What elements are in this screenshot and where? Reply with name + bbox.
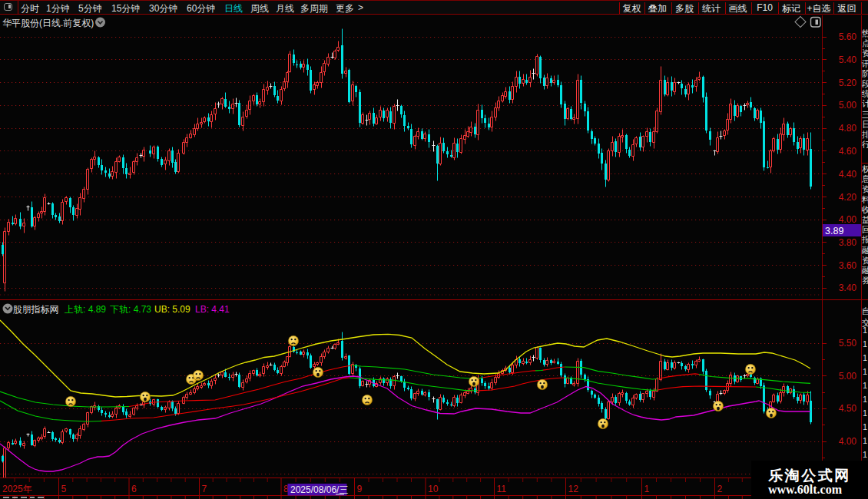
svg-text:3.89: 3.89 xyxy=(825,226,843,236)
svg-text:4.20: 4.20 xyxy=(839,192,857,203)
svg-text:4.60: 4.60 xyxy=(839,146,857,157)
svg-text:7: 7 xyxy=(202,484,207,494)
svg-text:权: 权 xyxy=(862,164,868,173)
svg-text:4.80: 4.80 xyxy=(839,123,857,134)
svg-text:3.40: 3.40 xyxy=(839,283,857,293)
svg-text:资: 资 xyxy=(862,184,868,193)
svg-text:10: 10 xyxy=(428,484,439,494)
svg-text:1: 1 xyxy=(863,436,867,445)
svg-text:12: 12 xyxy=(568,484,579,494)
svg-text:资: 资 xyxy=(862,256,868,265)
svg-text:上轨: 4.89: 上轨: 4.89 xyxy=(65,304,106,315)
svg-text:1: 1 xyxy=(863,339,867,349)
svg-text:计: 计 xyxy=(862,99,868,108)
svg-text:11: 11 xyxy=(497,484,507,494)
svg-text:回: 回 xyxy=(862,225,868,234)
svg-text:益: 益 xyxy=(862,215,868,224)
svg-text:5.60: 5.60 xyxy=(839,31,857,42)
svg-text:UB: 5.09: UB: 5.09 xyxy=(154,304,190,315)
svg-text:统: 统 xyxy=(862,89,868,98)
svg-text:2025/08/06/三: 2025/08/06/三 xyxy=(290,484,348,495)
svg-text:LB: 4.41: LB: 4.41 xyxy=(195,304,230,315)
svg-text:4.50: 4.50 xyxy=(839,403,857,414)
svg-text:下轨: 4.73: 下轨: 4.73 xyxy=(110,304,151,315)
svg-text:讯: 讯 xyxy=(861,59,868,68)
svg-text:阶: 阶 xyxy=(862,69,868,78)
svg-text:4.00: 4.00 xyxy=(839,436,857,447)
svg-text:1: 1 xyxy=(863,381,867,390)
svg-text:3.80: 3.80 xyxy=(839,237,857,248)
svg-text:www.60lt.com: www.60lt.com xyxy=(768,483,843,496)
svg-text:报: 报 xyxy=(862,235,868,244)
svg-text:热: 热 xyxy=(861,28,868,38)
svg-text:乐淘公式网: 乐淘公式网 xyxy=(767,468,851,484)
svg-text:点: 点 xyxy=(862,38,868,48)
svg-text:资: 资 xyxy=(862,48,868,58)
svg-text:1: 1 xyxy=(863,326,867,335)
svg-text:融: 融 xyxy=(862,246,868,255)
svg-text:4.40: 4.40 xyxy=(839,169,857,180)
svg-text:1: 1 xyxy=(863,367,867,376)
svg-text:2025年: 2025年 xyxy=(2,484,32,494)
svg-text:段: 段 xyxy=(862,79,868,88)
svg-text:三: 三 xyxy=(862,110,868,119)
svg-text:6: 6 xyxy=(131,484,137,494)
svg-text:行: 行 xyxy=(862,140,868,149)
svg-text:1: 1 xyxy=(644,484,650,494)
svg-text:9: 9 xyxy=(357,484,363,494)
svg-text:融: 融 xyxy=(862,266,868,275)
svg-text:1: 1 xyxy=(863,450,867,459)
svg-text:排: 排 xyxy=(862,130,868,139)
svg-text:料: 料 xyxy=(861,195,868,204)
svg-text:5.40: 5.40 xyxy=(839,55,857,65)
svg-text:券: 券 xyxy=(862,276,868,285)
svg-text:5.00: 5.00 xyxy=(839,371,857,382)
svg-text:3.60: 3.60 xyxy=(839,260,857,271)
svg-text:1: 1 xyxy=(863,395,867,404)
svg-text:1: 1 xyxy=(863,422,867,431)
svg-text:2: 2 xyxy=(717,484,723,494)
svg-text:日: 日 xyxy=(862,120,868,129)
svg-text:1: 1 xyxy=(863,408,867,418)
svg-text:4.00: 4.00 xyxy=(839,214,857,225)
svg-text:收: 收 xyxy=(862,205,868,214)
svg-text:自: 自 xyxy=(862,306,868,316)
svg-text:5.50: 5.50 xyxy=(839,338,857,349)
svg-text:5.00: 5.00 xyxy=(839,100,857,111)
svg-text:5: 5 xyxy=(61,484,67,494)
svg-text:5.20: 5.20 xyxy=(839,78,857,88)
svg-text:息: 息 xyxy=(861,174,868,183)
svg-text:1: 1 xyxy=(863,353,867,362)
svg-text:股朋指标网: 股朋指标网 xyxy=(13,304,59,315)
